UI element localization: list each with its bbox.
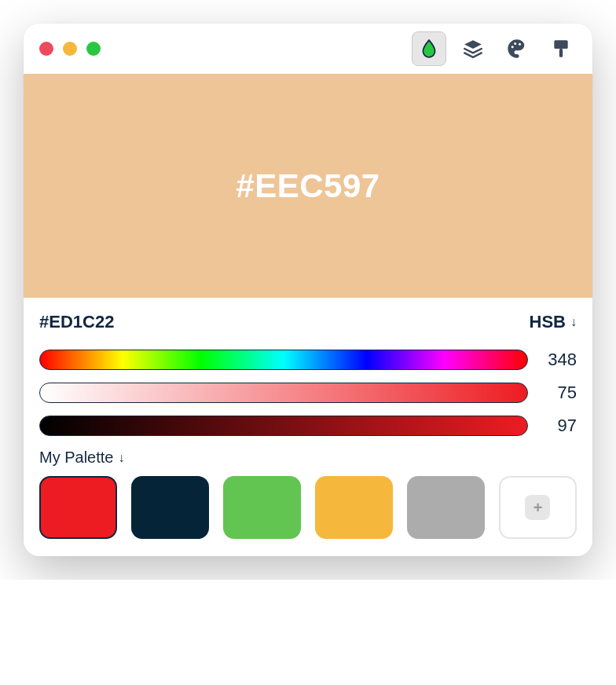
color-mode-label: HSB (530, 312, 566, 332)
droplet-icon (419, 38, 439, 59)
swatch-list: + (39, 476, 577, 539)
swatch-1[interactable] (131, 476, 209, 539)
color-picker-window: #EEC597 #ED1C22 HSB ↓ 348 75 97 My Palet… (24, 24, 592, 556)
layers-icon (463, 38, 483, 59)
traffic-lights (39, 42, 101, 56)
tool-droplet[interactable] (412, 31, 446, 66)
swatch-2[interactable] (223, 476, 301, 539)
swatch-4[interactable] (407, 476, 485, 539)
svg-point-1 (514, 42, 516, 45)
swatch-3[interactable] (315, 476, 393, 539)
brightness-slider[interactable] (39, 416, 528, 436)
plus-icon: + (525, 495, 550, 520)
tool-palette[interactable] (500, 31, 534, 66)
svg-point-0 (512, 46, 514, 48)
color-preview: #EEC597 (24, 74, 592, 298)
toolbar (412, 31, 578, 66)
palette-section: My Palette ↓ + (39, 449, 577, 539)
preview-hex: #EEC597 (236, 167, 380, 205)
hex-value[interactable]: #ED1C22 (39, 312, 114, 332)
saturation-slider-row: 75 (39, 383, 577, 403)
add-swatch-button[interactable]: + (499, 476, 577, 539)
hue-slider[interactable] (39, 350, 528, 370)
saturation-slider[interactable] (39, 383, 528, 403)
tool-layers[interactable] (456, 31, 490, 66)
brightness-slider-row: 97 (39, 416, 577, 436)
titlebar (24, 24, 592, 74)
brightness-value: 97 (542, 416, 577, 436)
palette-dropdown[interactable]: My Palette ↓ (39, 449, 124, 467)
hue-value: 348 (542, 350, 577, 370)
chevron-down-icon: ↓ (570, 315, 577, 329)
svg-rect-4 (559, 49, 563, 57)
palette-icon (506, 38, 528, 60)
svg-point-2 (519, 43, 521, 46)
zoom-button[interactable] (86, 42, 101, 56)
color-mode-dropdown[interactable]: HSB ↓ (530, 312, 577, 332)
chevron-down-icon: ↓ (118, 451, 124, 465)
controls-panel: #ED1C22 HSB ↓ 348 75 97 My Palette ↓ + (24, 298, 592, 556)
saturation-value: 75 (542, 383, 577, 403)
swatch-0[interactable] (39, 476, 117, 539)
palette-label: My Palette (39, 449, 113, 467)
controls-header: #ED1C22 HSB ↓ (39, 312, 577, 332)
brush-icon (551, 38, 571, 59)
svg-rect-3 (554, 40, 567, 49)
hue-slider-row: 348 (39, 350, 577, 370)
close-button[interactable] (39, 42, 53, 56)
minimize-button[interactable] (63, 42, 77, 56)
tool-brush[interactable] (544, 31, 578, 66)
